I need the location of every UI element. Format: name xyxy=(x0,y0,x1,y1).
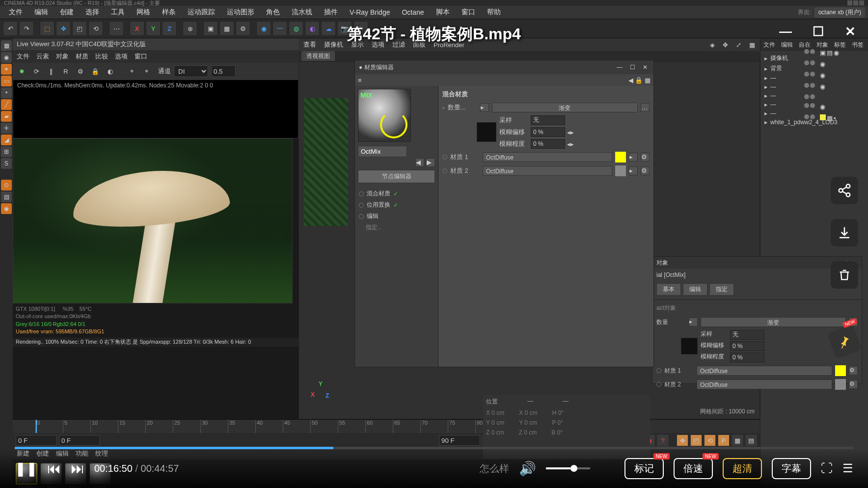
redo-button[interactable]: ↷ xyxy=(19,21,34,36)
me-amount-button[interactable]: 渐变 xyxy=(492,103,638,112)
obj-bg[interactable]: 背景 xyxy=(770,64,782,73)
workplane-icon[interactable]: ▭ xyxy=(1,76,12,86)
scale-tool[interactable]: ◰ xyxy=(72,21,87,36)
me-mat2-menu-icon[interactable]: ⚙ xyxy=(641,166,650,175)
playlist-icon[interactable]: ☰ xyxy=(842,461,853,475)
obj-item-3[interactable]: — xyxy=(770,83,776,90)
lv-tab-cloud[interactable]: 云素 xyxy=(36,52,49,61)
tl-pos-key-icon[interactable]: ✥ xyxy=(677,434,688,446)
account-label[interactable]: octane xb (用户) xyxy=(814,7,865,18)
coord-system-button[interactable]: ⊕ xyxy=(183,21,197,36)
vp-nav-icon2[interactable]: ✥ xyxy=(723,41,728,49)
subtitle-button[interactable]: 字幕 xyxy=(772,458,811,479)
pin-icon[interactable]: NEW xyxy=(827,324,862,359)
menu-mesh[interactable]: 网格 xyxy=(131,6,156,19)
axis-mode-icon[interactable]: ✛ xyxy=(1,123,12,134)
attr-mat2-swatch[interactable] xyxy=(835,379,846,390)
tag-icon[interactable]: ▪ xyxy=(834,114,836,122)
obj-item-5[interactable]: — xyxy=(770,101,776,108)
attr-bluroffset-input[interactable] xyxy=(730,341,764,351)
lv-lock-icon[interactable]: 🔒 xyxy=(89,65,101,77)
me-titlebar[interactable]: ● 材质编辑器 — ☐ ✕ xyxy=(355,60,653,74)
menu-help[interactable]: 帮助 xyxy=(481,6,507,19)
render-region-button[interactable]: ▦ xyxy=(219,21,234,36)
download-icon[interactable] xyxy=(831,219,858,246)
attr-sample-select[interactable]: 无 xyxy=(730,330,764,340)
lock-icon[interactable]: ◉ xyxy=(1,203,12,214)
move-tool[interactable]: ✥ xyxy=(56,21,71,36)
vp-nav-icon3[interactable]: ⤢ xyxy=(736,41,741,49)
menu-pipeline[interactable]: 流水线 xyxy=(286,6,318,19)
add-object-button[interactable]: ◉ xyxy=(256,21,271,36)
video-maximize-icon[interactable]: ☐ xyxy=(807,21,829,42)
poly-mode-icon[interactable]: ▰ xyxy=(1,111,12,122)
tl-dopesheet-icon[interactable]: ▦ xyxy=(732,434,743,446)
history-tool[interactable]: ⋯ xyxy=(109,21,124,36)
obj-camera[interactable]: 摄像机 xyxy=(770,54,788,62)
menu-select[interactable]: 选择 xyxy=(80,6,105,19)
undo-button[interactable]: ↶ xyxy=(3,21,18,36)
lv-refresh-icon[interactable]: ⟳ xyxy=(30,65,42,77)
play-pause-icon[interactable]: ❚❚ xyxy=(15,461,37,477)
lv-mode-select[interactable]: DI xyxy=(174,65,208,77)
video-close-icon[interactable]: ✕ xyxy=(840,21,861,42)
lv-tab-object[interactable]: 对象 xyxy=(56,52,69,61)
attr-tab-edit[interactable]: 编辑 xyxy=(683,283,707,296)
app-window-controls[interactable] xyxy=(847,0,864,5)
me-mat1-menu-icon[interactable]: ⚙ xyxy=(641,153,650,162)
me-check-editor[interactable] xyxy=(359,214,364,219)
fullscreen-icon[interactable]: ⛶ xyxy=(821,461,833,475)
magnet-icon[interactable]: ⊙ xyxy=(1,180,12,190)
me-check-mix[interactable] xyxy=(359,191,364,196)
volume-icon[interactable]: 🔊 xyxy=(519,461,536,477)
lv-settings-icon[interactable]: ⚙ xyxy=(75,65,86,77)
attr-mat2-menu-icon[interactable]: ⚙ xyxy=(849,380,858,389)
menu-edit[interactable]: 编辑 xyxy=(28,6,54,19)
add-env-button[interactable]: ☁ xyxy=(321,21,336,36)
me-mat2-swatch[interactable] xyxy=(615,165,626,176)
obj-item-4[interactable]: — xyxy=(770,92,776,99)
render-view-button[interactable]: ▣ xyxy=(203,21,218,36)
me-blur-offset-input[interactable] xyxy=(531,127,565,137)
progress-track[interactable] xyxy=(15,447,853,449)
menu-motrack[interactable]: 运动跟踪 xyxy=(182,6,221,19)
lv-region-icon[interactable]: R xyxy=(60,65,72,77)
me-toggle-icon[interactable]: ▦ xyxy=(645,77,651,84)
me-name-input[interactable] xyxy=(358,146,407,157)
viewport-tab[interactable]: 透视视图 xyxy=(301,51,335,61)
me-max-icon[interactable]: ☐ xyxy=(628,64,637,71)
menu-window[interactable]: 窗口 xyxy=(456,6,481,19)
lv-clay-icon[interactable]: ◐ xyxy=(104,65,116,77)
me-min-icon[interactable]: — xyxy=(615,64,624,71)
obj-item-6[interactable]: — xyxy=(770,110,776,117)
lv-tab-compare[interactable]: 比较 xyxy=(95,52,108,61)
point-mode-icon[interactable]: • xyxy=(1,87,12,98)
me-next-icon[interactable]: ▶ xyxy=(426,158,435,167)
texture-mode-icon[interactable]: ✦ xyxy=(1,64,12,75)
tl-start-input[interactable] xyxy=(16,435,57,446)
vp-nav-icon[interactable]: ◈ xyxy=(710,41,715,49)
menu-create[interactable]: 创建 xyxy=(54,6,80,19)
me-close-icon[interactable]: ✕ xyxy=(641,64,650,71)
lv-pick-focus-icon[interactable]: ⌖ xyxy=(126,65,137,77)
me-pin-icon[interactable]: 🔒 xyxy=(635,77,643,84)
attr-sample-swatch[interactable] xyxy=(681,338,698,354)
me-preview[interactable]: MIX xyxy=(358,89,411,142)
tag-icon[interactable]: ◉ xyxy=(820,103,825,110)
snap-icon[interactable]: ⊞ xyxy=(1,146,12,157)
share-icon[interactable] xyxy=(831,177,858,204)
add-deformer-button[interactable]: ◐ xyxy=(305,21,320,36)
tl-end1-input[interactable] xyxy=(439,435,480,446)
om-tab-file[interactable]: 文件 xyxy=(763,41,775,49)
me-sample-swatch[interactable] xyxy=(477,122,496,142)
axis-z-toggle[interactable]: Z xyxy=(162,21,177,36)
speed-button[interactable]: 倍速NEW xyxy=(674,458,713,479)
tl-cur-input[interactable] xyxy=(59,435,100,446)
attr-mat1-swatch[interactable] xyxy=(835,365,846,376)
lv-tab-options[interactable]: 选项 xyxy=(115,52,128,61)
lv-pause-icon[interactable]: ‖ xyxy=(45,65,57,77)
menu-vray[interactable]: V-Ray Bridge xyxy=(344,6,396,18)
lv-zoom-input[interactable] xyxy=(211,65,236,77)
vp-menu-camera[interactable]: 摄像机 xyxy=(324,40,343,49)
tag-icon[interactable]: ◉ xyxy=(820,72,825,79)
